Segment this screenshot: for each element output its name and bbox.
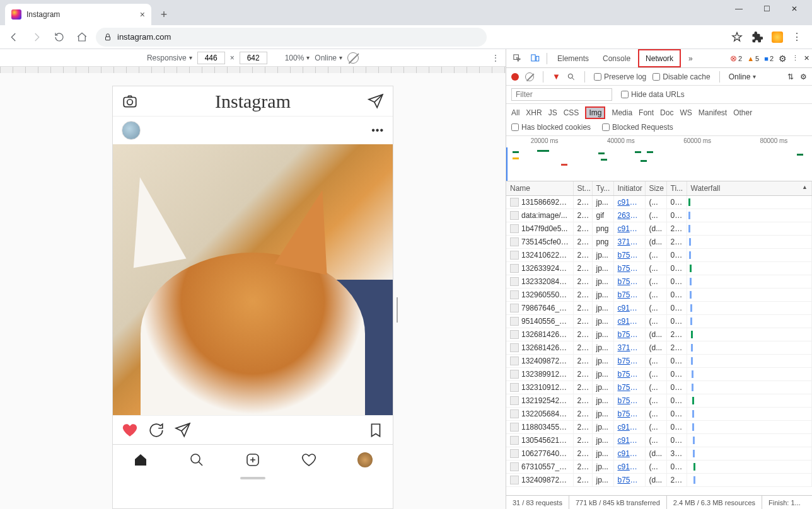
request-row[interactable]: 132681426_...200jp...37122...(d...2 ... [506,341,812,355]
search-icon[interactable] [567,72,576,81]
col-size[interactable]: Size [645,181,666,196]
nav-profile-icon[interactable] [357,452,373,467]
network-settings-icon[interactable]: ⚙ [800,72,807,81]
request-row[interactable]: 132310912_...200jp...b75e6...(...0 ... [506,381,812,394]
filter-type-manifest[interactable]: Manifest [699,108,727,117]
request-row[interactable]: 132389912_...200jp...b75e6...(...0 ... [506,368,812,381]
tabs-overflow-button[interactable]: » [682,49,699,67]
device-mode-select[interactable]: Responsive [147,54,192,62]
col-time[interactable]: Ti... [666,181,687,196]
bookmark-icon[interactable] [368,422,384,438]
post-menu-button[interactable]: ••• [371,125,384,136]
col-initiator[interactable]: Initiator [613,181,645,196]
send-icon[interactable] [368,93,384,110]
nav-activity-icon[interactable] [301,452,316,467]
warning-count[interactable]: 5 [747,55,759,62]
close-window-button[interactable]: ✕ [789,4,799,14]
request-row[interactable]: 95140556_5...200jp...c911f...(...0 ... [506,315,812,328]
filter-type-all[interactable]: All [511,108,519,117]
request-row[interactable]: 132409872_...200jp...b75e6...(...0 ... [506,355,812,368]
back-button[interactable] [5,28,23,46]
request-row[interactable]: 132633924_...200jp...b75e6...(...0 ... [506,262,812,275]
col-status[interactable]: St... [573,181,592,196]
request-row[interactable]: 735145cfe0a...200png37122...(d...2 ... [506,236,812,249]
omnibox[interactable]: instagram.com [96,28,487,47]
extension-badge-icon[interactable] [772,31,783,43]
request-row[interactable]: 131586692_...200jp...c911f...(...0 ... [506,196,812,209]
error-count[interactable]: 2 [730,54,742,63]
clear-button[interactable] [525,72,534,81]
story-avatar[interactable] [122,121,141,140]
reload-button[interactable] [50,28,68,46]
request-row[interactable]: 132681426_...200jp...b75e6...(d...2 ... [506,328,812,341]
comment-icon[interactable] [148,422,165,438]
tab-network[interactable]: Network [638,49,681,67]
info-count[interactable]: 2 [764,55,774,62]
record-button[interactable] [511,73,519,81]
zoom-select[interactable]: 100% [285,54,310,62]
close-tab-button[interactable]: × [140,9,145,20]
maximize-button[interactable]: ☐ [762,4,772,14]
col-type[interactable]: Ty... [592,181,613,196]
star-icon[interactable] [731,31,743,43]
filter-input[interactable] [511,88,612,101]
col-name[interactable]: Name [506,181,573,196]
request-row[interactable]: 130545621_...200jp...c911f...(...0 ... [506,434,812,447]
nav-home-icon[interactable] [133,452,148,467]
col-waterfall[interactable]: Waterfall ▲ [687,181,812,196]
request-row[interactable]: 106277640_...200jp...c911f...(d...3 ... [506,447,812,460]
filter-type-ws[interactable]: WS [680,108,692,117]
nav-add-icon[interactable] [245,452,260,467]
disable-cache-checkbox[interactable]: Disable cache [652,72,710,81]
filter-type-font[interactable]: Font [639,108,654,117]
device-menu-button[interactable]: ⋮ [492,54,499,62]
tab-console[interactable]: Console [596,49,637,67]
import-export-icon[interactable]: ⇅ [787,72,794,81]
request-row[interactable]: 132332084_...200jp...b75e6...(...0 ... [506,275,812,289]
request-row[interactable]: 132410622_...200jp...b75e6...(...0 ... [506,249,812,262]
request-row[interactable]: data:image/...200gif263e0...(...0 ... [506,209,812,222]
home-button[interactable] [73,28,91,46]
close-devtools-button[interactable]: ✕ [804,54,809,62]
devtools-menu-button[interactable]: ⋮ [792,54,799,62]
new-tab-button[interactable]: + [155,6,173,23]
resize-handle[interactable] [397,297,400,323]
network-overview[interactable]: 20000 ms40000 ms60000 ms80000 ms [506,136,812,181]
request-row[interactable]: 132960550_...200jp...b75e6...(...0 ... [506,289,812,302]
network-table[interactable]: Name St... Ty... Initiator Size Ti... Wa… [506,181,812,495]
filter-type-img[interactable]: Img [585,106,605,119]
blocked-cookies-checkbox[interactable]: Has blocked cookies [511,123,591,132]
no-throttling-icon[interactable] [347,52,359,64]
filter-type-other[interactable]: Other [733,108,752,117]
filter-toggle-icon[interactable]: ▼ [552,72,560,81]
request-row[interactable]: 132409872_...200jp...b75e6...(d...2 ... [506,474,812,487]
filter-type-js[interactable]: JS [548,108,557,117]
forward-button[interactable] [28,28,45,46]
hide-data-urls-checkbox[interactable]: Hide data URLs [621,90,685,99]
device-toggle-icon[interactable] [526,50,543,67]
height-input[interactable] [240,52,267,64]
nav-search-icon[interactable] [189,452,204,467]
request-row[interactable]: 132205684_...200jp...b75e6...(...0 ... [506,408,812,421]
throttling-select[interactable]: Online [729,72,757,81]
chrome-menu-button[interactable]: ⋮ [792,31,802,43]
share-icon[interactable] [175,422,191,438]
filter-type-css[interactable]: CSS [564,108,579,117]
filter-type-doc[interactable]: Doc [660,108,673,117]
like-icon[interactable] [122,422,138,438]
post-image[interactable] [113,144,393,415]
preserve-log-checkbox[interactable]: Preserve log [594,72,646,81]
blocked-requests-checkbox[interactable]: Blocked Requests [602,123,673,132]
request-row[interactable]: 132192542_...200jp...b75e6...(...0 ... [506,394,812,408]
minimize-button[interactable]: — [734,4,744,14]
filter-type-xhr[interactable]: XHR [526,108,542,117]
browser-tab[interactable]: Instagram × [5,4,151,25]
request-row[interactable]: 79867646_7...200jp...c911f...(...0 ... [506,302,812,315]
request-row[interactable]: 67310557_6...200jp...c911f...(...0 ... [506,460,812,474]
request-row[interactable]: 118803455_...200jp...c911f...(...0 ... [506,421,812,434]
request-row[interactable]: 1b47f9d0e5...200pngc911f...(d...2 ... [506,222,812,236]
width-input[interactable] [197,52,225,64]
camera-icon[interactable] [122,93,138,110]
drag-handle-icon[interactable] [240,477,265,479]
tab-elements[interactable]: Elements [551,49,595,67]
